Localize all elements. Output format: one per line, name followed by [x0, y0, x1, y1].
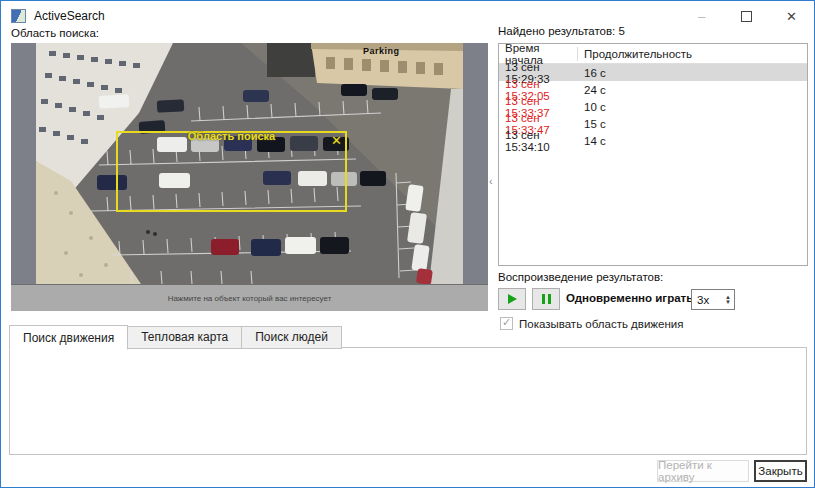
- result-duration: 16 с: [583, 67, 606, 79]
- title-bar: ActiveSearch – ✕: [1, 1, 814, 31]
- window-title: ActiveSearch: [34, 9, 105, 23]
- result-duration: 15 с: [583, 118, 606, 130]
- activesearch-window: ActiveSearch – ✕ Область поиска:: [0, 0, 815, 488]
- column-header-duration[interactable]: Продолжительность: [578, 48, 692, 60]
- show-motion-area-label: Показывать область движения: [519, 318, 683, 330]
- column-header-start-time[interactable]: Время начала: [499, 47, 578, 61]
- search-area-box[interactable]: Область поиска ✕: [116, 131, 347, 212]
- remove-search-area-icon[interactable]: ✕: [331, 133, 342, 148]
- go-to-archive-button: Перейти к архиву: [657, 460, 749, 482]
- motion-search-panel: [9, 347, 807, 455]
- simultaneous-play-spinner[interactable]: 3x ▲▼: [691, 289, 735, 310]
- play-icon: [508, 294, 517, 304]
- go-to-archive-label: Перейти к архиву: [658, 459, 748, 483]
- tab-bar: Поиск движения Тепловая карта Поиск люде…: [9, 325, 342, 349]
- search-area-box-label: Область поиска: [118, 130, 345, 142]
- app-icon: [11, 9, 26, 23]
- camera-view[interactable]: Parking Область поиска ✕ Нажмите на объе…: [11, 43, 488, 311]
- minimize-button[interactable]: –: [679, 1, 724, 31]
- results-table: Время начала Продолжительность 13 сен 15…: [498, 43, 808, 266]
- close-window-button[interactable]: ✕: [769, 1, 814, 31]
- result-start-time: 13 сен 15:34:10: [499, 129, 583, 153]
- result-row[interactable]: 13 сен 15:34:10 14 с: [499, 132, 807, 149]
- result-duration: 10 с: [583, 101, 606, 113]
- tab-motion-search[interactable]: Поиск движения: [9, 325, 128, 350]
- play-button[interactable]: [498, 288, 526, 310]
- search-area-label: Область поиска:: [11, 27, 99, 39]
- maximize-icon: [741, 11, 752, 22]
- simultaneous-play-label: Одновременно играть:: [566, 292, 697, 304]
- camera-caption: Parking: [363, 46, 400, 56]
- pause-button[interactable]: [532, 288, 560, 310]
- collapse-panel-icon[interactable]: ‹: [489, 175, 493, 187]
- show-motion-area-checkbox: [500, 317, 513, 330]
- pause-icon: [542, 294, 551, 304]
- maximize-button[interactable]: [724, 1, 769, 31]
- spinner-value: 3x: [697, 294, 709, 306]
- result-duration: 14 с: [583, 135, 606, 147]
- spinner-arrows-icon[interactable]: ▲▼: [723, 295, 734, 305]
- playback-label: Воспроизведение результатов:: [498, 271, 663, 283]
- tab-people-search[interactable]: Поиск людей: [242, 326, 342, 349]
- close-button[interactable]: Закрыть: [754, 460, 807, 482]
- tab-heat-map[interactable]: Тепловая карта: [128, 326, 242, 349]
- close-button-label: Закрыть: [758, 465, 802, 477]
- video-hint: Нажмите на объект который вас интересует: [11, 284, 488, 311]
- results-count-label: Найдено результатов: 5: [498, 25, 625, 37]
- result-duration: 24 с: [583, 84, 606, 96]
